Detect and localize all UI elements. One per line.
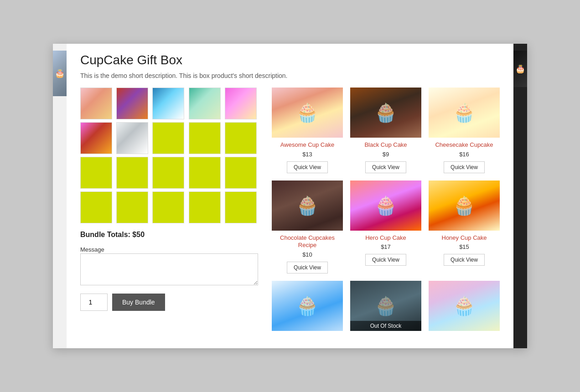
product-image-honey-cup-cake — [429, 181, 500, 231]
thumb-yellow-7[interactable] — [189, 157, 221, 189]
quick-view-button-black-cup-cake[interactable]: Quick View — [365, 161, 406, 173]
product-name-awesome-cup-cake: Awesome Cup Cake — [280, 141, 334, 149]
quick-view-button-honey-cup-cake[interactable]: Quick View — [444, 254, 485, 266]
page-title: CupCake Gift Box — [80, 53, 500, 67]
content-area: Bundle Totals: $50 Message Buy Bundle Aw… — [80, 88, 500, 335]
bundle-totals: Bundle Totals: $50 — [80, 231, 258, 239]
right-panel: Awesome Cup Cake $13 Quick View Black Cu… — [272, 88, 500, 335]
thumb-yellow-10[interactable] — [116, 191, 148, 223]
thumb-cupcake-2[interactable] — [116, 88, 148, 119]
quick-view-button-hero-cup-cake[interactable]: Quick View — [365, 254, 406, 266]
thumb-yellow-13[interactable] — [225, 191, 257, 223]
product-image-hero-cup-cake — [350, 181, 421, 231]
product-card-blue-cup-cake — [272, 281, 343, 335]
message-textarea[interactable] — [80, 253, 258, 285]
products-grid: Awesome Cup Cake $13 Quick View Black Cu… — [272, 88, 500, 335]
product-card-unicorn-cupcake — [429, 281, 500, 335]
product-image-awesome-cup-cake — [272, 88, 343, 138]
product-card-black-cup-cake: Black Cup Cake $9 Quick View — [350, 88, 421, 173]
product-image-black-cup-cake — [350, 88, 421, 138]
quick-view-button-cheesecake-cupcake[interactable]: Quick View — [444, 161, 485, 173]
product-name-honey-cup-cake: Honey Cup Cake — [442, 234, 487, 242]
message-label: Message — [80, 246, 104, 253]
product-price-chocolate-cupcakes-recipe: $10 — [302, 251, 312, 258]
left-edge-decoration: 🎂 — [53, 51, 67, 96]
product-name-hero-cup-cake: Hero Cup Cake — [365, 234, 406, 242]
thumb-cupcake-1[interactable] — [80, 88, 112, 119]
thumb-yellow-8[interactable] — [225, 157, 257, 189]
product-card-hero-cup-cake: Hero Cup Cake $17 Quick View — [350, 181, 421, 274]
product-name-chocolate-cupcakes-recipe: Chocolate Cupcakes Recipe — [272, 234, 343, 250]
thumb-yellow-3[interactable] — [225, 122, 257, 154]
product-card-cheesecake-cupcake: Cheesecake Cupcake $16 Quick View — [429, 88, 500, 173]
product-image-unicorn-cupcake — [429, 281, 500, 331]
left-edge: 🎂 — [53, 44, 67, 349]
thumb-yellow-9[interactable] — [80, 191, 112, 223]
product-price-black-cup-cake: $9 — [383, 151, 389, 158]
thumb-yellow-12[interactable] — [189, 191, 221, 223]
buy-bundle-button[interactable]: Buy Bundle — [112, 294, 165, 311]
right-edge-decoration: 🎂 — [513, 51, 527, 87]
thumb-cupcake-7[interactable] — [116, 122, 148, 154]
thumb-cupcake-4[interactable] — [189, 88, 221, 119]
product-image-cheesecake-cupcake — [429, 88, 500, 138]
right-edge: 🎂 — [513, 44, 527, 349]
product-card-out-of-stock: Out Of Stock — [350, 281, 421, 335]
product-image-out-of-stock: Out Of Stock — [350, 281, 421, 331]
out-of-stock-badge: Out Of Stock — [350, 321, 421, 331]
thumb-cupcake-5[interactable] — [225, 88, 257, 119]
product-price-cheesecake-cupcake: $16 — [459, 151, 469, 158]
product-price-hero-cup-cake: $17 — [381, 243, 391, 250]
thumb-yellow-5[interactable] — [116, 157, 148, 189]
thumb-cupcake-6[interactable] — [80, 122, 112, 154]
quantity-input[interactable] — [80, 294, 108, 311]
thumb-cupcake-3[interactable] — [152, 88, 184, 119]
thumb-yellow-1[interactable] — [152, 122, 184, 154]
product-image-blue-cup-cake — [272, 281, 343, 331]
thumb-yellow-2[interactable] — [189, 122, 221, 154]
page-description: This is the demo short description. This… — [80, 72, 500, 79]
quick-view-button-awesome-cup-cake[interactable]: Quick View — [287, 161, 328, 173]
main-window: 🎂 CupCake Gift Box This is the demo shor… — [53, 44, 527, 349]
product-card-chocolate-cupcakes-recipe: Chocolate Cupcakes Recipe $10 Quick View — [272, 181, 343, 274]
thumb-yellow-11[interactable] — [152, 191, 184, 223]
product-price-awesome-cup-cake: $13 — [302, 151, 312, 158]
main-content: CupCake Gift Box This is the demo short … — [67, 44, 513, 349]
product-name-cheesecake-cupcake: Cheesecake Cupcake — [435, 141, 493, 149]
left-panel: Bundle Totals: $50 Message Buy Bundle — [80, 88, 258, 335]
thumb-yellow-6[interactable] — [152, 157, 184, 189]
thumb-yellow-4[interactable] — [80, 157, 112, 189]
product-name-black-cup-cake: Black Cup Cake — [364, 141, 407, 149]
quick-view-button-chocolate-cupcakes-recipe[interactable]: Quick View — [287, 262, 328, 273]
product-price-honey-cup-cake: $15 — [459, 243, 469, 250]
product-card-honey-cup-cake: Honey Cup Cake $15 Quick View — [429, 181, 500, 274]
thumbnail-grid — [80, 88, 258, 223]
product-image-chocolate-cupcakes-recipe — [272, 181, 343, 231]
product-card-awesome-cup-cake: Awesome Cup Cake $13 Quick View — [272, 88, 343, 173]
buy-row: Buy Bundle — [80, 294, 258, 311]
